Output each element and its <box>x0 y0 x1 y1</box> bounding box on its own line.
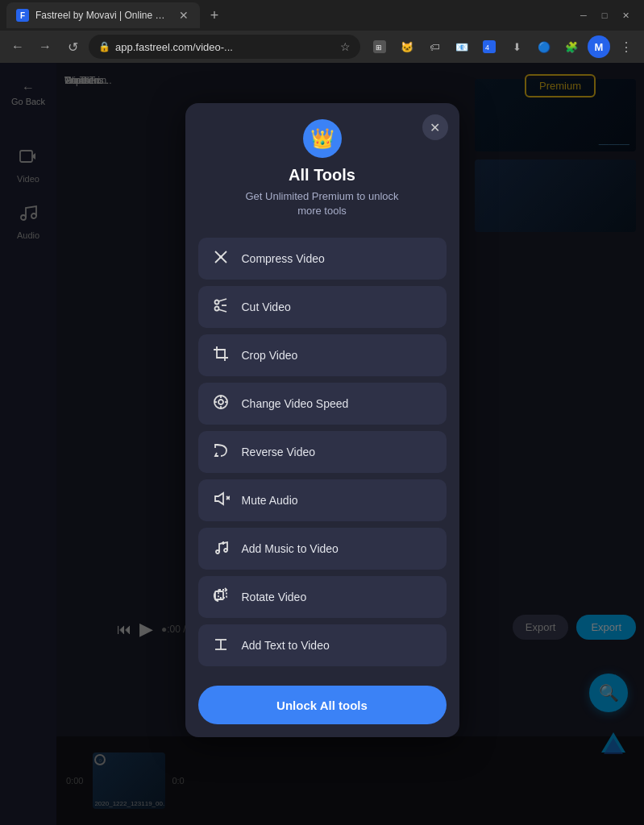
ext-icon-1[interactable]: ⊞ <box>368 35 391 58</box>
minimize-button[interactable]: ─ <box>578 10 589 21</box>
svg-marker-26 <box>215 493 223 504</box>
window-controls: ─ □ ✕ <box>578 10 638 21</box>
music-icon <box>211 538 231 560</box>
tab-title: Fastreel by Movavi | Online Vid... <box>35 10 171 21</box>
reverse-icon <box>211 442 231 463</box>
svg-line-18 <box>218 309 226 312</box>
tab-close-button[interactable]: ✕ <box>177 9 190 22</box>
ext-icon-2[interactable]: 🐱 <box>396 35 418 58</box>
text-label: Add Text to Video <box>242 639 330 652</box>
svg-point-29 <box>216 550 219 553</box>
mute-label: Mute Audio <box>242 494 298 507</box>
close-icon: ✕ <box>430 120 440 135</box>
tool-item-text[interactable]: Add Text to Video <box>198 624 447 666</box>
music-label: Add Music to Video <box>242 542 339 555</box>
svg-point-15 <box>214 300 218 304</box>
star-icon[interactable]: ☆ <box>340 40 351 53</box>
tool-item-crop[interactable]: Crop Video <box>198 334 447 376</box>
close-window-button[interactable]: ✕ <box>620 10 631 21</box>
unlock-all-tools-button[interactable]: Unlock All tools <box>198 686 447 724</box>
ext-icon-4[interactable]: 📧 <box>451 35 473 58</box>
url-bar[interactable]: 🔒 app.fastreel.com/video-... ☆ <box>89 35 360 59</box>
all-tools-modal: 👑 ✕ All Tools Get Unlimited Premium to u… <box>185 103 459 737</box>
svg-point-14 <box>219 255 222 259</box>
lock-icon: 🔒 <box>98 41 110 52</box>
rotate-icon <box>211 587 231 608</box>
tool-item-compress[interactable]: Compress Video <box>198 238 447 280</box>
app-content: ← Go Back Video Audio <box>0 63 644 825</box>
profile-button[interactable]: M <box>588 35 610 58</box>
modal-footer: Unlock All tools <box>185 676 459 737</box>
tab-favicon: F <box>16 9 29 22</box>
maximize-button[interactable]: □ <box>599 10 610 21</box>
svg-point-16 <box>214 306 218 310</box>
ext-icon-3[interactable]: 🏷 <box>423 35 446 58</box>
new-tab-button[interactable]: + <box>203 4 226 27</box>
svg-text:⊞: ⊞ <box>376 44 382 52</box>
rotate-label: Rotate Video <box>242 591 307 603</box>
menu-button[interactable]: ⋮ <box>615 35 638 58</box>
tool-item-speed[interactable]: Change Video Speed <box>198 383 447 425</box>
nav-forward-button[interactable]: → <box>34 35 56 58</box>
svg-line-17 <box>218 299 226 301</box>
modal-title: All Tools <box>289 166 355 184</box>
svg-text:4: 4 <box>485 44 489 52</box>
browser-chrome: F Fastreel by Movavi | Online Vid... ✕ +… <box>0 0 644 63</box>
address-bar: ← → ↺ 🔒 app.fastreel.com/video-... ☆ ⊞ 🐱… <box>0 31 644 63</box>
crown-icon: 👑 <box>310 127 334 150</box>
ext-icon-8[interactable]: 🧩 <box>560 35 583 58</box>
modal-overlay: 👑 ✕ All Tools Get Unlimited Premium to u… <box>0 63 644 825</box>
compress-icon <box>211 248 231 270</box>
svg-rect-33 <box>215 591 223 599</box>
ext-icon-7[interactable]: 🔵 <box>533 35 555 58</box>
tool-item-music[interactable]: Add Music to Video <box>198 528 447 570</box>
ext-icon-5[interactable]: 4 <box>478 35 501 58</box>
modal-header: 👑 ✕ All Tools Get Unlimited Premium to u… <box>185 103 459 228</box>
speed-icon <box>211 393 231 415</box>
nav-refresh-button[interactable]: ↺ <box>61 35 84 58</box>
mute-icon <box>211 490 231 512</box>
ext-icon-6[interactable]: ⬇ <box>505 35 528 58</box>
tool-item-rotate[interactable]: Rotate Video <box>198 576 447 618</box>
tool-item-mute[interactable]: Mute Audio <box>198 479 447 521</box>
modal-subtitle: Get Unlimited Premium to unlockmore tool… <box>245 189 398 218</box>
reverse-label: Reverse Video <box>242 446 316 458</box>
crop-icon <box>211 345 231 367</box>
toolbar-icons: ⊞ 🐱 🏷 📧 4 ⬇ 🔵 🧩 M ⋮ <box>365 35 638 58</box>
tool-item-cut[interactable]: Cut Video <box>198 286 447 328</box>
speed-label: Change Video Speed <box>242 397 349 410</box>
url-text: app.fastreel.com/video-... <box>115 41 335 53</box>
tools-list: Compress Video Cut Video <box>185 228 459 676</box>
svg-point-21 <box>218 400 223 404</box>
svg-point-30 <box>224 549 227 552</box>
crop-label: Crop Video <box>242 349 298 362</box>
compress-label: Compress Video <box>242 252 325 265</box>
crown-badge: 👑 <box>303 119 342 158</box>
tab-bar: F Fastreel by Movavi | Online Vid... ✕ +… <box>0 0 644 31</box>
nav-back-button[interactable]: ← <box>6 35 29 58</box>
tool-item-reverse[interactable]: Reverse Video <box>198 431 447 473</box>
cut-label: Cut Video <box>242 301 291 313</box>
active-tab[interactable]: F Fastreel by Movavi | Online Vid... ✕ <box>6 2 200 28</box>
cut-icon <box>211 296 231 318</box>
text-icon <box>211 635 231 657</box>
modal-close-button[interactable]: ✕ <box>422 114 448 140</box>
